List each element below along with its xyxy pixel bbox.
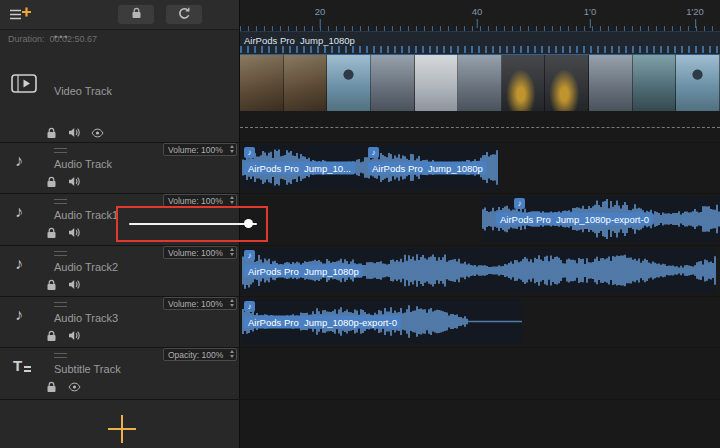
track-header-audio2: Volume: 100% ♪ Audio Track2: [0, 245, 240, 296]
music-note-badge-icon: ♪: [244, 301, 255, 312]
lock-track-icon[interactable]: [44, 126, 58, 139]
track-drag-handle-icon[interactable]: [54, 199, 67, 204]
timeline-toolbar: [0, 0, 240, 30]
clip-label: AirPods Pro Jump_10...: [244, 161, 355, 174]
row-separator: [0, 399, 720, 400]
music-note-icon: ♪: [15, 204, 23, 220]
video-clip-header[interactable]: AirPods Pro Jump_1080p: [240, 32, 720, 55]
volume-label: Volume: 100%: [168, 299, 223, 309]
video-frame-thumbnail: [327, 55, 371, 111]
render-preview-button[interactable]: [166, 5, 202, 24]
add-plus-icon: [105, 412, 139, 448]
lock-icon: [131, 7, 142, 22]
volume-slider-track[interactable]: [129, 223, 257, 225]
video-frame-thumbnail: [676, 55, 720, 111]
track-name: Subtitle Track: [54, 363, 121, 375]
mute-speaker-icon[interactable]: [67, 329, 81, 342]
audio-clip[interactable]: ♪ AirPods Pro Jump_1080p: [242, 248, 716, 293]
volume-dropdown[interactable]: Volume: 100%: [163, 297, 237, 310]
ruler-mark: 40: [472, 6, 483, 17]
video-frame-thumbnail: [502, 55, 546, 111]
mute-speaker-icon[interactable]: [67, 226, 81, 239]
track-drag-handle-icon[interactable]: [54, 353, 67, 358]
video-audio-divider-dashed: [240, 127, 720, 128]
video-frame-thumbnail: [589, 55, 633, 111]
clip-label: AirPods Pro Jump_1080p: [368, 161, 487, 174]
opacity-dropdown[interactable]: Opacity: 100%: [163, 348, 237, 361]
track-name: Audio Track: [54, 158, 112, 170]
ruler-mark: 1'0: [584, 6, 596, 17]
music-note-badge-icon: ♪: [244, 250, 255, 261]
visibility-eye-icon[interactable]: [90, 126, 104, 139]
audio-clip[interactable]: ♪ AirPods Pro Jump_1080p-export-0: [482, 196, 720, 242]
lock-track-icon[interactable]: [44, 278, 58, 291]
track-name: Audio Track1: [54, 209, 118, 221]
row-separator: [0, 245, 720, 246]
music-note-badge-icon: ♪: [244, 147, 255, 158]
mute-speaker-icon[interactable]: [67, 278, 81, 291]
track-drag-handle-icon[interactable]: [54, 148, 67, 153]
video-clip-filmstrip[interactable]: [240, 55, 720, 111]
ruler-mark: 1'20: [686, 6, 704, 17]
track-name: Audio Track2: [54, 261, 118, 273]
clip-label: AirPods Pro Jump_1080p: [244, 264, 363, 277]
row-separator: [0, 347, 720, 348]
track-name: Video Track: [54, 85, 112, 97]
subtitle-lines-glyph: [24, 366, 31, 372]
music-note-icon: ♪: [15, 307, 23, 323]
lock-all-button[interactable]: [118, 5, 154, 24]
volume-label: Volume: 100%: [168, 145, 223, 155]
mute-speaker-icon[interactable]: [67, 175, 81, 188]
track-name: Audio Track3: [54, 312, 118, 324]
mute-speaker-icon[interactable]: [67, 126, 81, 139]
audio-clip[interactable]: ♪ AirPods Pro Jump_1080p: [366, 145, 498, 190]
row-separator: [0, 142, 720, 143]
add-track-icon: [8, 11, 32, 26]
stepper-arrows-icon: [230, 299, 234, 307]
track-header-subtitle: Opacity: 100% T Subtitle Track: [0, 347, 240, 399]
lock-track-icon[interactable]: [44, 329, 58, 342]
row-separator: [0, 296, 720, 297]
subtitle-t-glyph: T: [13, 357, 22, 374]
video-frame-thumbnail: [240, 55, 284, 111]
lock-track-icon[interactable]: [44, 175, 58, 188]
timeline-ruler[interactable]: 20401'01'20: [240, 0, 720, 32]
track-header-video: ••• Video Track: [0, 30, 240, 142]
ruler-mark: 20: [315, 6, 326, 17]
render-refresh-icon: [177, 7, 191, 23]
stepper-arrows-icon: [230, 196, 234, 204]
video-frame-thumbnail: [633, 55, 677, 111]
clip-label: AirPods Pro Jump_1080p-export-0: [244, 315, 401, 328]
track-drag-handle-icon[interactable]: [54, 302, 67, 307]
row-separator: [0, 193, 720, 194]
music-note-icon: ♪: [15, 256, 23, 272]
volume-label: Volume: 100%: [168, 248, 223, 258]
stepper-arrows-icon: [230, 145, 234, 153]
music-note-icon: ♪: [15, 153, 23, 169]
track-menu-dots[interactable]: •••: [54, 32, 69, 42]
video-clip-label: AirPods Pro Jump_1080p: [244, 35, 355, 46]
subtitle-track-icon: T: [13, 357, 31, 374]
stepper-arrows-icon: [230, 350, 234, 358]
volume-dropdown[interactable]: Volume: 100%: [163, 246, 237, 259]
manage-tracks-button[interactable]: [8, 6, 32, 26]
video-editor-timeline: Duration: 00:02:50.67 20401'01'20 AirPod…: [0, 0, 720, 448]
volume-label: Volume: 100%: [168, 196, 223, 206]
video-frame-thumbnail: [415, 55, 459, 111]
stepper-arrows-icon: [230, 248, 234, 256]
volume-dropdown[interactable]: Volume: 100%: [163, 143, 237, 156]
audio-clip[interactable]: ♪ AirPods Pro Jump_10...: [242, 145, 366, 190]
clip-label: AirPods Pro Jump_1080p-export-0: [496, 213, 653, 226]
track-drag-handle-icon[interactable]: [54, 251, 67, 256]
volume-slider-knob[interactable]: [244, 219, 253, 228]
video-frame-thumbnail: [458, 55, 502, 111]
track-header-audio: Volume: 100% ♪ Audio Track: [0, 142, 240, 193]
audio-clip[interactable]: ♪ AirPods Pro Jump_1080p-export-0: [242, 299, 522, 344]
music-note-badge-icon: ♪: [514, 198, 525, 209]
opacity-label: Opacity: 100%: [168, 350, 223, 360]
lock-track-icon[interactable]: [44, 226, 58, 239]
video-frame-thumbnail: [284, 55, 328, 111]
lock-track-icon[interactable]: [44, 380, 58, 393]
track-header-audio3: Volume: 100% ♪ Audio Track3: [0, 296, 240, 347]
visibility-eye-icon[interactable]: [67, 380, 81, 393]
